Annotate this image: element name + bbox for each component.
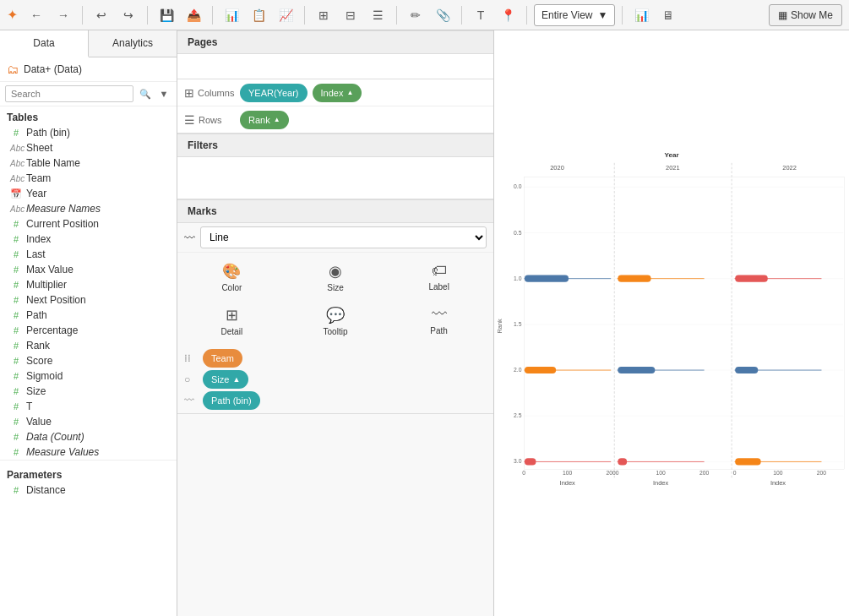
attach-icon[interactable]: 📎 <box>431 3 454 27</box>
measure-icon-5: # <box>10 264 22 275</box>
sidebar-item-t[interactable]: # T <box>0 399 177 414</box>
search-button[interactable]: 🔍 <box>137 85 154 102</box>
pill-index-label: Index <box>321 88 344 98</box>
sidebar-item-measure-values[interactable]: # Measure Values <box>0 444 177 460</box>
toolbar-separator-1 <box>82 6 83 25</box>
columns-label: ⊞ Columns <box>184 86 235 100</box>
device-icon[interactable]: 🖥 <box>656 3 680 27</box>
pill-year[interactable]: YEAR(Year) <box>240 84 307 102</box>
publish-button[interactable]: 📤 <box>182 3 205 27</box>
marks-pill-size[interactable]: Size ▲ <box>203 370 248 389</box>
pill-year-label: YEAR(Year) <box>248 88 299 98</box>
pin-icon[interactable]: 📍 <box>496 3 520 27</box>
measure-icon-15: # <box>10 417 22 427</box>
sidebar-item-current-position[interactable]: # Current Position <box>0 216 177 232</box>
marks-pill-path[interactable]: Path (bin) <box>203 391 260 410</box>
size-button[interactable]: ◉ Size <box>285 256 387 298</box>
columns-icon: ⊞ <box>184 86 194 100</box>
x-2022-200: 200 <box>817 470 827 476</box>
viz-icon[interactable]: 📊 <box>629 3 653 27</box>
show-me-label: Show Me <box>791 9 833 21</box>
tableau-logo: ✦ <box>7 7 18 23</box>
marks-pill-team-row: ⁞⁞ Team <box>184 349 487 368</box>
sidebar-item-size[interactable]: # Size <box>0 384 177 399</box>
pill-index[interactable]: Index ▲ <box>313 84 362 102</box>
sidebar-item-value[interactable]: # Value <box>0 414 177 429</box>
label-button[interactable]: 🏷 Label <box>388 256 490 298</box>
tooltip-button[interactable]: 💬 Tooltip <box>285 300 387 342</box>
sidebar-item-distance[interactable]: # Distance <box>0 482 177 498</box>
sidebar-item-measure-names[interactable]: Abc Measure Names <box>0 201 177 216</box>
sidebar-item-next-position[interactable]: # Next Position <box>0 292 177 308</box>
filters-body <box>177 157 493 199</box>
sidebar-item-percentage[interactable]: # Percentage <box>0 323 177 338</box>
pill-rank[interactable]: Rank ▲ <box>240 111 289 129</box>
sidebar-item-score[interactable]: # Score <box>0 353 177 368</box>
path-button[interactable]: 〰 Path <box>388 300 490 342</box>
chart-type-icon[interactable]: 📈 <box>274 3 297 27</box>
sidebar-item-team[interactable]: Abc Team <box>0 171 177 186</box>
data-source-row[interactable]: 🗂 Data+ (Data) <box>0 57 177 82</box>
filter-button[interactable]: ▼ <box>155 85 172 102</box>
bar-chart-icon[interactable]: 📊 <box>220 3 243 27</box>
sidebar-item-path-bin[interactable]: # Path (bin) <box>0 125 177 140</box>
size-icon: ◉ <box>329 262 342 281</box>
pages-body <box>177 54 493 79</box>
sidebar-item-sigmoid[interactable]: # Sigmoid <box>0 368 177 384</box>
abc-icon-4: Abc <box>10 204 22 214</box>
marks-pill-team-label: Team <box>211 353 234 363</box>
x-2021-100: 100 <box>656 470 666 476</box>
col-2020-label: 2020 <box>550 164 564 172</box>
x-2021-200: 200 <box>699 470 710 476</box>
x-2021-axis: Index <box>653 479 668 487</box>
search-input[interactable] <box>5 85 133 102</box>
y-label-20: 2.0 <box>514 367 522 373</box>
arrange-icon[interactable]: ⊟ <box>339 3 362 27</box>
undo-button[interactable]: ↩ <box>90 3 113 27</box>
sidebar-item-data-count[interactable]: # Data (Count) <box>0 429 177 444</box>
nav-back-button[interactable]: ← <box>24 3 48 27</box>
redo-button[interactable]: ↪ <box>117 3 140 27</box>
view-dropdown[interactable]: Entire View ▼ <box>534 4 615 26</box>
sidebar-item-multiplier[interactable]: # Multiplier <box>0 277 177 292</box>
parameters-section-label: Parameters <box>0 464 177 482</box>
x-2020-200: 200 <box>607 470 617 476</box>
sidebar-item-index[interactable]: # Index <box>0 232 177 247</box>
list-icon[interactable]: ☰ <box>366 3 389 27</box>
measure-icon-11: # <box>10 356 22 366</box>
marks-pill-size-label: Size <box>211 374 229 384</box>
view-dropdown-label: Entire View <box>542 9 592 21</box>
measure-icon: # <box>10 128 22 138</box>
color-button[interactable]: 🎨 Color <box>181 256 283 298</box>
sidebar-item-path[interactable]: # Path <box>0 308 177 323</box>
abc-icon: Abc <box>10 144 22 153</box>
toolbar: ✦ ← → ↩ ↪ 💾 📤 📊 📋 📈 ⊞ ⊟ ☰ ✏ 📎 T 📍 Entire… <box>0 0 849 30</box>
tab-analytics[interactable]: Analytics <box>89 30 177 57</box>
sidebar-item-sheet[interactable]: Abc Sheet <box>0 140 177 155</box>
measure-icon-14: # <box>10 401 22 412</box>
sidebar-item-year[interactable]: 📅 Year <box>0 186 177 201</box>
layout-icon[interactable]: ⊞ <box>312 3 335 27</box>
sidebar-item-max-value[interactable]: # Max Value <box>0 262 177 277</box>
marks-pill-path-label: Path (bin) <box>211 395 252 406</box>
text-icon[interactable]: T <box>469 3 493 27</box>
data-source-icon: 🗂 <box>7 63 19 76</box>
detail-button[interactable]: ⊞ Detail <box>181 300 283 342</box>
y-label-25: 2.5 <box>514 412 522 418</box>
measure-icon-3: # <box>10 234 22 244</box>
marks-pill-team[interactable]: Team <box>203 349 242 368</box>
nav-forward-button[interactable]: → <box>52 3 75 27</box>
chart-options-icon[interactable]: 📋 <box>247 3 270 27</box>
line-icon: 〰 <box>184 232 195 244</box>
tab-data[interactable]: Data <box>0 30 89 57</box>
main-layout: Data Analytics 🗂 Data+ (Data) 🔍 ▼ ≡ Tabl… <box>0 30 849 616</box>
rank2-bar-2022-blue <box>735 367 758 373</box>
show-me-button[interactable]: ▦ Show Me <box>769 4 842 26</box>
pen-icon[interactable]: ✏ <box>404 3 427 27</box>
x-2021-0: 0 <box>616 470 619 476</box>
marks-type-select[interactable]: Line <box>200 226 487 248</box>
save-button[interactable]: 💾 <box>155 3 178 27</box>
sidebar-item-rank[interactable]: # Rank <box>0 338 177 353</box>
sidebar-item-table-name[interactable]: Abc Table Name <box>0 155 177 171</box>
sidebar-item-last[interactable]: # Last <box>0 247 177 262</box>
